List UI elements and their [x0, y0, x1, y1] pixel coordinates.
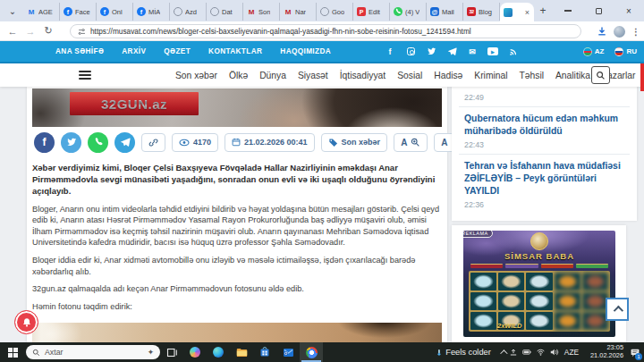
cat-dunya[interactable]: Dünya [259, 71, 286, 80]
taskbar-clock[interactable]: 23:05 21.02.2026 [584, 344, 623, 359]
browser-tab[interactable]: Dat [207, 3, 243, 21]
new-tab-button[interactable]: + [535, 3, 551, 19]
maximize-button[interactable] [583, 0, 614, 21]
lang-ru[interactable]: RU [614, 47, 637, 56]
facebook-share-button[interactable]: f [34, 132, 55, 153]
twitter-share-button[interactable] [61, 132, 81, 153]
language-switcher: AZ RU [583, 47, 637, 56]
cat-kriminal[interactable]: Kriminal [474, 71, 507, 80]
cat-siyaset[interactable]: Siyasət [298, 71, 328, 80]
article-paragraph: Bloger, Anarın onu intim videolarla təhd… [32, 204, 442, 248]
notification-bell-button[interactable] [14, 310, 38, 334]
thermometer-icon [436, 348, 443, 358]
reload-button[interactable]: ↻ [39, 25, 57, 37]
browser-tab[interactable]: Goo [317, 3, 353, 21]
browser-tab[interactable]: fOnl [97, 3, 133, 21]
nav-home[interactable]: ANA SƏHİFƏ [55, 47, 104, 55]
minimize-button[interactable] [553, 0, 583, 21]
show-hidden-icons-chevron[interactable] [500, 349, 507, 357]
lang-az[interactable]: AZ [583, 47, 605, 56]
telegram-icon[interactable] [446, 46, 457, 57]
browser-tab[interactable]: MNar [280, 3, 317, 21]
copy-link-button[interactable] [141, 133, 165, 152]
browser-tab[interactable]: fFace [60, 3, 97, 21]
search-button[interactable] [591, 66, 610, 84]
file-explorer-button[interactable] [230, 342, 253, 362]
browser-tab[interactable]: MAGE [23, 3, 60, 21]
cat-analitika[interactable]: Analitika [555, 71, 590, 80]
browser-tab[interactable]: @Mail [427, 3, 463, 21]
ad-badge: REKLAMA [463, 231, 493, 238]
nav-contacts[interactable]: KONTAKTLAR [208, 47, 262, 55]
cat-hadise[interactable]: Hadisə [434, 71, 462, 80]
browser-tab[interactable]: 32Blog [463, 3, 500, 21]
rss-icon[interactable] [508, 46, 519, 57]
cat-sosial[interactable]: Sosial [397, 71, 422, 80]
telegram-share-button[interactable] [114, 132, 135, 153]
scroll-to-top-button[interactable] [606, 298, 629, 321]
keyboard-language[interactable]: AZE [563, 348, 580, 357]
article-paragraph: Həmin fotonu təqdim edirik: [32, 301, 442, 313]
safely-remove-icon[interactable] [509, 348, 518, 358]
site-settings-icon[interactable] [78, 28, 86, 36]
back-button[interactable]: ← [4, 26, 21, 37]
share-toolbar: f 4170 21.02.2026 00:41 Son xəbər A A [34, 131, 442, 153]
forward-button[interactable]: → [21, 26, 39, 37]
download-icon[interactable] [597, 26, 607, 37]
taskbar-search[interactable]: Axtar ✦ [26, 345, 160, 359]
outlook-icon [283, 348, 294, 358]
address-bar[interactable]: https://musavat.com/news/bloger-celsi-ba… [70, 24, 581, 38]
store-button[interactable] [253, 342, 276, 362]
instagram-icon[interactable] [405, 46, 416, 57]
browser-menu-icon[interactable]: ⋮ [631, 27, 640, 37]
browser-tab[interactable]: MSon [243, 3, 280, 21]
windows-logo-icon [8, 348, 18, 358]
news-item-link[interactable]: Tehran və İsfahanın hava müdafiəsi ZƏİFL… [464, 160, 624, 198]
weather-widget[interactable]: Feels colder [436, 348, 491, 358]
32gun-favicon: 32 [467, 7, 476, 16]
outlook-button[interactable] [276, 342, 300, 362]
cat-son-xeber[interactable]: Son xəbər [175, 71, 217, 80]
battery-icon[interactable] [521, 348, 532, 357]
nav-archive[interactable]: ARXİV [122, 47, 146, 55]
browser-tab[interactable]: (4) V [390, 3, 427, 21]
youtube-icon[interactable]: ▶ [487, 46, 498, 57]
browser-tab[interactable]: PEdit [353, 3, 390, 21]
ad-banner[interactable]: REKLAMA SİMSAR BABA 2xWILD [463, 231, 615, 337]
edge-button[interactable] [207, 342, 230, 362]
close-tab-icon[interactable]: × [524, 8, 530, 17]
task-view-button[interactable] [160, 342, 183, 362]
system-tray: Feels colder AZE 23:05 21.02.2026 1 [436, 342, 642, 362]
start-button[interactable] [0, 342, 25, 362]
wifi-icon[interactable] [536, 348, 546, 357]
chevron-up-icon [614, 306, 623, 316]
cat-olke[interactable]: Ölkə [229, 71, 248, 80]
volume-icon[interactable] [549, 348, 559, 357]
profile-avatar[interactable] [614, 26, 625, 38]
close-window-button[interactable]: × [614, 0, 644, 21]
category-nav: Son xəbər Ölkə Dünya Siyasət İqtisadiyya… [0, 63, 644, 87]
notification-center-button[interactable]: 1 [627, 342, 642, 362]
twitter-icon[interactable] [426, 46, 436, 57]
browser-tab[interactable]: fMİA [133, 3, 170, 21]
news-item-time: 22:49 [464, 93, 624, 102]
facebook-icon[interactable]: f [385, 46, 395, 57]
cat-tehsil[interactable]: Təhsil [520, 71, 544, 80]
copilot-button[interactable] [183, 342, 207, 362]
nav-newspaper[interactable]: QƏZET [164, 47, 191, 55]
cat-iqtisadiyyat[interactable]: İqtisadiyyat [340, 71, 386, 80]
browser-tab[interactable]: Azd [170, 3, 207, 21]
chrome-button[interactable] [300, 342, 323, 362]
menu-icon[interactable] [79, 71, 91, 80]
active-browser-tab[interactable]: × [500, 3, 534, 21]
az-flag-icon [583, 47, 592, 56]
whatsapp-share-button[interactable] [88, 132, 108, 153]
url-text: https://musavat.com/news/bloger-celsi-ba… [90, 27, 471, 36]
tag-badge[interactable]: Son xəbər [321, 133, 388, 152]
article-body: Xəbər verdiyimiz kimi, Bloqer Çelsi Baxş… [32, 162, 442, 322]
news-item-link[interactable]: Qubernatora hücum edən məhkum müharibədə… [464, 113, 624, 138]
nav-about[interactable]: HAQQIMIZDA [280, 47, 331, 55]
font-increase-button[interactable]: A [394, 133, 428, 152]
tab-search-icon[interactable]: ⌄ [4, 2, 21, 20]
mail-icon[interactable]: ✉ [467, 46, 478, 57]
